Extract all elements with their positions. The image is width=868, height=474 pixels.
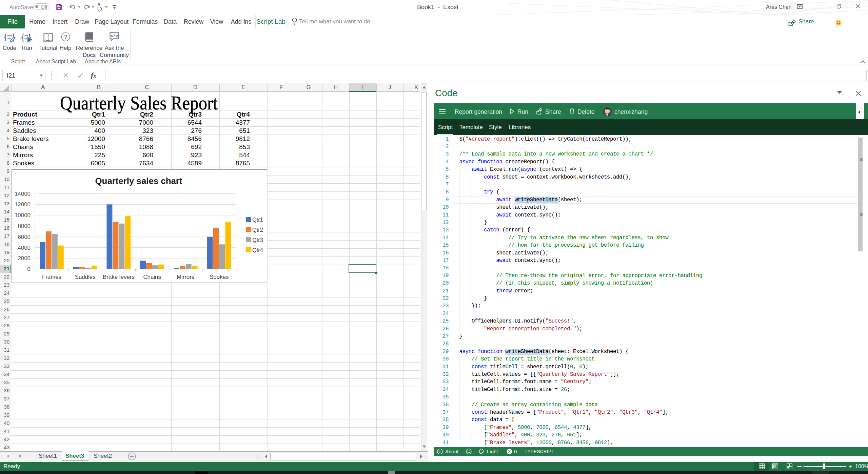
svg-text:Frames: Frames <box>42 274 61 280</box>
svg-text:8000: 8000 <box>18 223 31 229</box>
svg-text:2000: 2000 <box>18 255 31 262</box>
svg-text:Quarterly sales chart: Quarterly sales chart <box>95 176 182 186</box>
svg-text:Spokes: Spokes <box>210 274 229 280</box>
svg-text:6000: 6000 <box>18 234 31 240</box>
svg-text:4000: 4000 <box>18 245 31 251</box>
svg-text:</>: </> <box>110 34 118 39</box>
svg-text:Qtr1: Qtr1 <box>252 217 263 223</box>
svg-text:Brake levers: Brake levers <box>103 274 135 280</box>
svg-text:14000: 14000 <box>15 191 31 197</box>
svg-text:Mirrors: Mirrors <box>177 274 195 280</box>
svg-text:12000: 12000 <box>15 201 31 208</box>
svg-text:Qtr4: Qtr4 <box>252 247 263 253</box>
svg-text:10000: 10000 <box>15 212 31 219</box>
svg-text:Qtr2: Qtr2 <box>252 227 263 233</box>
svg-text:Chains: Chains <box>143 274 161 280</box>
svg-text:Saddles: Saddles <box>75 274 96 280</box>
svg-text:0: 0 <box>27 266 31 272</box>
svg-text:Qtr3: Qtr3 <box>252 237 263 243</box>
svg-text:?: ? <box>64 34 67 40</box>
